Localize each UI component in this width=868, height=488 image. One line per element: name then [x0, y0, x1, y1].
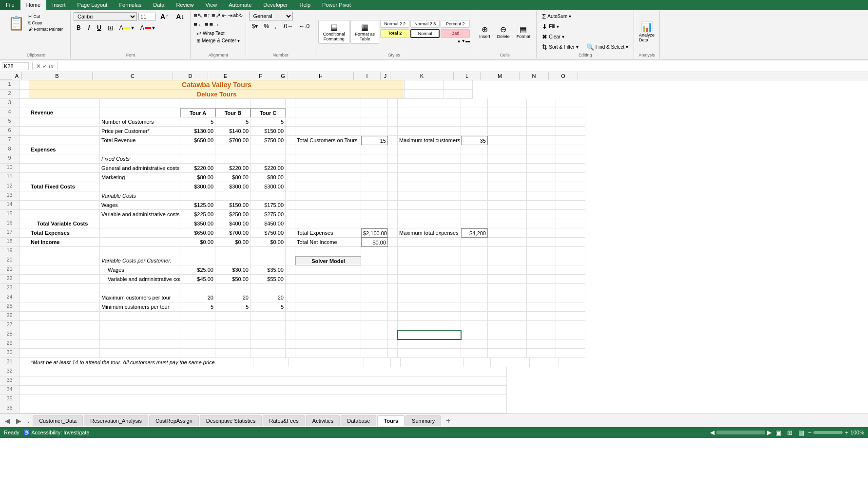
- cell-j10[interactable]: [388, 164, 398, 173]
- row-num-34[interactable]: 34: [0, 386, 19, 395]
- cell-i13[interactable]: [361, 191, 388, 201]
- cell-g12[interactable]: [286, 182, 295, 191]
- sheet-tab-ellipsis[interactable]: ...: [24, 418, 33, 424]
- cell-a30[interactable]: [19, 349, 29, 358]
- row-num-23[interactable]: 23: [0, 284, 19, 293]
- cell-m21[interactable]: [488, 265, 527, 275]
- cell-c30[interactable]: [100, 349, 180, 358]
- cell-b1[interactable]: Catawba Valley Tours: [29, 80, 405, 90]
- sheet-next-button[interactable]: ▶: [13, 416, 24, 426]
- cell-o21[interactable]: [556, 265, 585, 275]
- cell-d7[interactable]: $650.00: [180, 136, 215, 145]
- cell-e7[interactable]: $700.00: [215, 136, 251, 145]
- cell-g15[interactable]: [286, 210, 295, 219]
- cell-m25[interactable]: [488, 302, 527, 312]
- cell-o24[interactable]: [556, 293, 585, 302]
- cell-c28[interactable]: [100, 330, 180, 339]
- cell-l26[interactable]: [461, 312, 488, 321]
- cell-d5[interactable]: 5: [180, 117, 215, 127]
- cell-k10[interactable]: [398, 164, 461, 173]
- cell-m5[interactable]: [488, 117, 527, 127]
- cell-l19[interactable]: [461, 247, 488, 256]
- tab-home[interactable]: Home: [20, 0, 46, 10]
- cell-k29[interactable]: [398, 339, 461, 349]
- cell-h10[interactable]: [295, 164, 361, 173]
- cell-a17[interactable]: [19, 228, 29, 238]
- cell-f29[interactable]: [251, 339, 286, 349]
- cell-k30[interactable]: [398, 349, 461, 358]
- cell-g31[interactable]: [289, 358, 298, 367]
- cell-a16[interactable]: [19, 219, 29, 228]
- solver-model-button[interactable]: Solver Model: [295, 256, 361, 265]
- cell-e16[interactable]: $400.00: [215, 219, 251, 228]
- cell-g8[interactable]: [286, 145, 295, 154]
- cell-o31[interactable]: [559, 358, 588, 367]
- cell-b4[interactable]: Revenue: [29, 108, 100, 117]
- cell-o29[interactable]: [556, 339, 585, 349]
- cell-g5[interactable]: [286, 117, 295, 127]
- cell-d3[interactable]: [180, 99, 215, 108]
- paste-button[interactable]: 📋 ✂ Cut ⎘ Copy 🖌 Format Painter: [5, 12, 67, 34]
- cell-e4[interactable]: Tour B: [215, 108, 251, 117]
- cell-l15[interactable]: [461, 210, 488, 219]
- cell-i14[interactable]: [361, 201, 388, 210]
- cell-g21[interactable]: [286, 265, 295, 275]
- row-num-10[interactable]: 10: [0, 164, 19, 173]
- row-num-4[interactable]: 4: [0, 108, 19, 117]
- cell-h31[interactable]: [298, 358, 364, 367]
- cell-n20[interactable]: [527, 256, 556, 265]
- cell-a26[interactable]: [19, 312, 29, 321]
- col-header-k[interactable]: K: [390, 72, 454, 80]
- cell-k22[interactable]: [398, 275, 461, 284]
- align-top-center-button[interactable]: ≡↑: [204, 12, 211, 19]
- cell-f4[interactable]: Tour C: [251, 108, 286, 117]
- cell-i25[interactable]: [361, 302, 388, 312]
- analyze-data-button[interactable]: 📊 AnalyzeData: [637, 20, 656, 43]
- cell-j24[interactable]: [388, 293, 398, 302]
- cell-g9[interactable]: [286, 154, 295, 164]
- total2-style[interactable]: Total 2: [380, 29, 409, 38]
- cell-d12[interactable]: $300.00: [180, 182, 215, 191]
- cell-o13[interactable]: [556, 191, 585, 201]
- cell-h11[interactable]: [295, 173, 361, 182]
- cell-d24[interactable]: 20: [180, 293, 215, 302]
- col-header-m[interactable]: M: [481, 72, 520, 80]
- sheet-tab-database[interactable]: Database: [341, 415, 376, 426]
- cell-g17[interactable]: [286, 228, 295, 238]
- cell-o4[interactable]: [556, 108, 585, 117]
- row-num-19[interactable]: 19: [0, 247, 19, 256]
- cell-j7[interactable]: [388, 136, 398, 145]
- cell-i12[interactable]: [361, 182, 388, 191]
- cell-g6[interactable]: [286, 127, 295, 136]
- cell-b17[interactable]: Total Expenses: [29, 228, 100, 238]
- row-num-35[interactable]: 35: [0, 395, 19, 404]
- cell-n30[interactable]: [527, 349, 556, 358]
- cell-k13[interactable]: [398, 191, 461, 201]
- cell-d13[interactable]: [180, 191, 215, 201]
- cell-a28[interactable]: [19, 330, 29, 339]
- cell-h24[interactable]: [295, 293, 361, 302]
- cell-e24[interactable]: 20: [215, 293, 251, 302]
- cell-f28[interactable]: [251, 330, 286, 339]
- cancel-formula-button[interactable]: ✕: [36, 63, 41, 70]
- copy-button[interactable]: ⎘ Copy: [27, 20, 64, 26]
- cell-m17[interactable]: [488, 228, 527, 238]
- cell-j26[interactable]: [388, 312, 398, 321]
- styles-scroll-down[interactable]: ▼: [461, 38, 465, 43]
- cell-i11[interactable]: [361, 173, 388, 182]
- cell-a9[interactable]: [19, 154, 29, 164]
- cell-m29[interactable]: [488, 339, 527, 349]
- cell-b7[interactable]: [29, 136, 100, 145]
- cell-f21[interactable]: $35.00: [251, 265, 286, 275]
- cell-f11[interactable]: $80.00: [251, 173, 286, 182]
- cell-k24[interactable]: [398, 293, 461, 302]
- cell-k28[interactable]: [398, 330, 461, 339]
- cell-o15[interactable]: [556, 210, 585, 219]
- cell-o16[interactable]: [556, 219, 585, 228]
- cell-h16[interactable]: [295, 219, 361, 228]
- cell-n1[interactable]: [414, 80, 444, 90]
- cell-f22[interactable]: $55.00: [251, 275, 286, 284]
- cell-a29[interactable]: [19, 339, 29, 349]
- scroll-right-button[interactable]: ▶: [767, 429, 772, 436]
- cell-d18[interactable]: $0.00: [180, 238, 215, 247]
